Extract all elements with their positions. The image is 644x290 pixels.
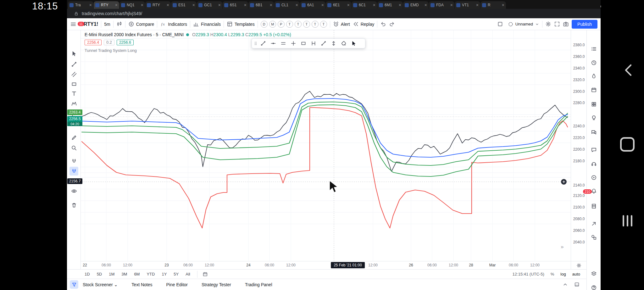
publish-idea-button[interactable] (589, 219, 598, 228)
chart-canvas[interactable] (81, 30, 571, 261)
indicator-legend-row[interactable]: Tunnel Trading System Long (85, 48, 291, 53)
snapshot-button[interactable] (563, 21, 569, 27)
range-button[interactable]: YTD (147, 272, 155, 276)
shapes-tool-button[interactable] (69, 80, 78, 88)
hotlists-button[interactable] (589, 71, 598, 80)
select-layout-button[interactable] (497, 21, 503, 27)
alert-button[interactable]: Alert (333, 21, 350, 27)
range-button[interactable]: 1Y (162, 272, 167, 276)
browser-tab[interactable]: 6E1× (326, 1, 351, 9)
screener-filter-button[interactable] (70, 280, 78, 289)
android-recents-button[interactable] (623, 215, 632, 226)
range-button[interactable]: All (186, 272, 190, 276)
chart-properties-button[interactable] (545, 21, 551, 27)
percent-scale-button[interactable]: % (551, 272, 554, 276)
android-home-button[interactable] (620, 137, 635, 152)
browser-tab[interactable]: GC1× (197, 1, 222, 9)
panel-tab[interactable]: Text Notes (131, 282, 152, 287)
watchlist-button[interactable] (589, 44, 598, 53)
range-button[interactable]: 3M (121, 272, 127, 276)
templates-button[interactable]: Templates (227, 21, 255, 27)
fullscreen-button[interactable] (554, 21, 560, 27)
browser-tab[interactable]: VT1× (455, 1, 480, 9)
brush-tool-button[interactable] (69, 133, 78, 142)
browser-tab[interactable]: R× (480, 1, 506, 9)
browser-address-bar[interactable]: tradingview.com/chart/hjlvjS49/ (67, 9, 601, 18)
remove-drawings-button[interactable] (69, 201, 78, 209)
tab-close-icon[interactable]: × (502, 3, 504, 7)
fib-line-icon[interactable] (319, 39, 329, 48)
tab-close-icon[interactable]: × (296, 3, 298, 7)
range-button[interactable]: 6M (134, 272, 140, 276)
text-tool-button[interactable] (69, 89, 78, 98)
range-button[interactable]: 5D (97, 272, 102, 276)
cursor-tool-button[interactable] (69, 49, 78, 58)
ideas-button[interactable] (589, 113, 598, 122)
cursor-select-icon[interactable] (349, 39, 359, 48)
symbol-search-button[interactable]: RTY1! (84, 21, 98, 27)
quick-interval-button[interactable]: M (269, 21, 276, 28)
quick-interval-button[interactable]: T (295, 21, 302, 28)
price-range-icon[interactable] (329, 39, 339, 48)
log-scale-button[interactable]: log (560, 272, 566, 276)
private-chat-button[interactable] (589, 145, 598, 154)
pattern-tool-button[interactable] (69, 99, 78, 108)
replay-button[interactable]: Replay (353, 21, 375, 27)
browser-tab[interactable]: CL1× (274, 1, 300, 9)
rectangle-icon[interactable] (298, 39, 308, 48)
range-button[interactable]: 1D (85, 272, 90, 276)
trend-line-icon[interactable] (258, 39, 268, 48)
quick-interval-button[interactable]: T (303, 21, 310, 28)
auto-scale-button[interactable]: auto (572, 272, 580, 276)
tab-close-icon[interactable]: × (425, 3, 427, 7)
browser-tab[interactable]: Tra× (68, 1, 93, 9)
trend-line-tool-button[interactable] (69, 60, 78, 69)
drawing-mode-active-button[interactable] (69, 167, 78, 176)
more-widgets-button[interactable] (589, 233, 598, 242)
browser-tab[interactable]: EMD× (403, 1, 429, 9)
save-layout-button[interactable]: Unnamed (508, 21, 539, 27)
quick-interval-button[interactable]: T (320, 21, 327, 28)
panel-tab[interactable]: Strategy Tester (202, 282, 231, 287)
browser-tab[interactable]: 6A1× (300, 1, 325, 9)
browser-tab[interactable]: RTY× (145, 1, 171, 9)
financials-button[interactable]: Financials (193, 21, 221, 27)
compare-button[interactable]: Compare (128, 21, 154, 27)
undo-button[interactable] (380, 21, 386, 27)
price-axis[interactable]: 2380.02360.02340.02320.02300.02280.02240… (571, 30, 586, 261)
go-to-date-button[interactable] (203, 271, 208, 277)
panel-tab[interactable]: Trading Panel (245, 282, 272, 287)
tab-close-icon[interactable]: × (373, 3, 375, 7)
panel-maximize-icon[interactable] (574, 282, 580, 287)
url-text[interactable]: tradingview.com/chart/hjlvjS49/ (82, 11, 142, 16)
publish-button[interactable]: Publish (572, 20, 597, 29)
streams-button[interactable] (589, 173, 598, 182)
time-axis-settings[interactable] (571, 261, 586, 269)
symbol-legend-row[interactable]: E-Mini Russell 2000 Index Futures · 5 · … (85, 32, 291, 37)
tab-close-icon[interactable]: × (141, 3, 143, 7)
browser-tab[interactable]: 6B1× (248, 1, 274, 9)
tab-close-icon[interactable]: × (270, 3, 272, 7)
object-layers-button[interactable] (589, 269, 598, 278)
browser-tab[interactable]: FDA× (429, 1, 454, 9)
browser-tab[interactable]: 6M1× (377, 1, 403, 9)
drag-handle[interactable] (253, 39, 258, 48)
panel-tab[interactable]: Stock Screener ⌄ (83, 282, 118, 287)
tab-close-icon[interactable]: × (218, 3, 221, 7)
tab-close-icon[interactable]: × (244, 3, 247, 7)
server-clock[interactable]: 12:15:41 (UTC-5) (513, 272, 544, 276)
eraser-icon[interactable] (339, 39, 349, 48)
interval-button[interactable]: 5m (104, 22, 110, 27)
range-button[interactable]: 1M (109, 272, 114, 276)
tab-close-icon[interactable]: × (321, 3, 324, 7)
browser-tab[interactable]: 6C1× (352, 1, 377, 9)
support-button[interactable] (589, 159, 598, 168)
tab-close-icon[interactable]: × (476, 3, 479, 7)
collapse-scale-button[interactable]: » (561, 244, 564, 250)
parallel-channel-icon[interactable] (278, 39, 288, 48)
horizontal-line-icon[interactable] (268, 39, 278, 48)
main-menu-button[interactable]: 11 (70, 21, 76, 27)
object-tree-button[interactable] (589, 100, 598, 109)
alerts-button[interactable] (589, 58, 598, 67)
tab-close-icon[interactable]: × (450, 3, 453, 7)
